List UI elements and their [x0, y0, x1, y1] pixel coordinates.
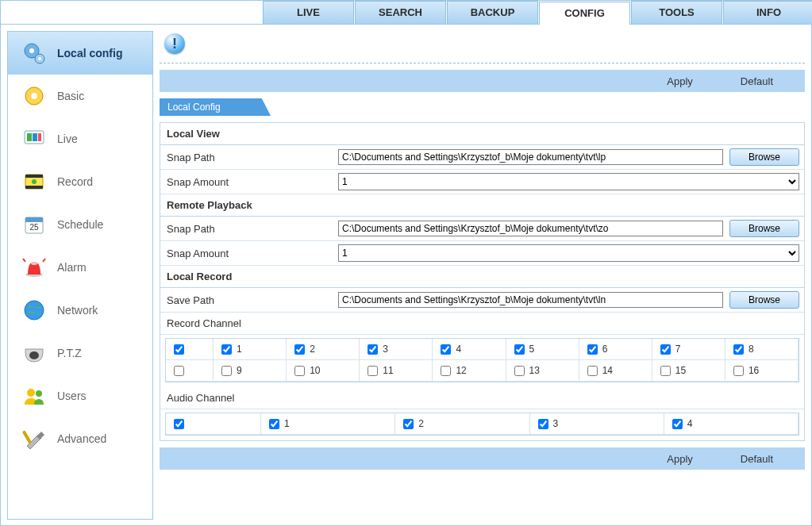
tab-tools[interactable]: TOOLS: [631, 1, 722, 24]
sidebar-item-label: Local config: [57, 47, 122, 60]
svg-rect-15: [25, 217, 43, 222]
panel-tab-localconfig[interactable]: Local Config: [160, 98, 271, 116]
record-ch-label: 12: [456, 365, 466, 376]
divider: [160, 63, 805, 63]
record-ch-2[interactable]: [294, 344, 305, 355]
alarm-icon: [21, 254, 48, 281]
sidebar-item-network[interactable]: Network: [8, 289, 152, 332]
sidebar-item-label: Advanced: [57, 432, 106, 445]
svg-point-20: [29, 351, 39, 359]
row-localview-snappath: Snap Path Browse: [160, 145, 804, 170]
tab-info[interactable]: INFO: [723, 1, 812, 24]
record-ch-14[interactable]: [587, 366, 598, 376]
panel-tabs: Local Config: [160, 98, 805, 116]
section-remoteplayback-title: Remote Playback: [160, 194, 804, 217]
record-master-row1[interactable]: [174, 344, 184, 355]
record-ch-label: 2: [310, 344, 315, 355]
input-remote-snappath[interactable]: [338, 221, 723, 236]
row-remote-snappath: Snap Path Browse: [160, 217, 804, 241]
sidebar-item-alarm[interactable]: Alarm: [8, 246, 152, 289]
svg-point-21: [27, 389, 35, 397]
sidebar-item-record[interactable]: Record: [8, 160, 152, 203]
record-ch-15[interactable]: [660, 366, 671, 376]
select-remote-snapamount[interactable]: 1: [338, 244, 799, 262]
svg-rect-9: [38, 133, 41, 141]
label-snap-amount: Snap Amount: [165, 248, 332, 259]
sidebar-item-label: Live: [57, 132, 78, 145]
tab-live[interactable]: LIVE: [263, 1, 354, 24]
section-localrecord-title: Local Record: [160, 266, 804, 288]
record-master-row2[interactable]: [174, 366, 184, 376]
audio-ch-label: 2: [418, 418, 424, 429]
audio-ch-1[interactable]: [269, 419, 279, 429]
sidebar-item-live[interactable]: Live: [8, 117, 152, 160]
record-ch-1[interactable]: [221, 344, 232, 355]
sidebar-item-label: P.T.Z: [57, 347, 82, 359]
record-ch-7[interactable]: [660, 344, 671, 355]
browse-button[interactable]: Browse: [729, 220, 799, 237]
record-channel-grid: 12345678910111213141516: [165, 338, 799, 382]
input-localrecord-savepath[interactable]: [338, 292, 723, 308]
record-ch-5[interactable]: [514, 344, 525, 355]
browse-button[interactable]: Browse: [729, 291, 799, 309]
record-ch-12[interactable]: [441, 366, 451, 376]
config-panel: Local View Snap Path Browse Snap Amount …: [160, 122, 805, 441]
svg-rect-7: [27, 133, 32, 141]
record-ch-11[interactable]: [368, 366, 378, 376]
audio-ch-2[interactable]: [403, 419, 414, 429]
info-icon: !: [164, 33, 185, 54]
audio-ch-label: 4: [687, 418, 693, 429]
label-snap-path: Snap Path: [165, 152, 332, 163]
record-ch-6[interactable]: [587, 344, 598, 355]
sidebar-item-ptz[interactable]: P.T.Z: [8, 332, 152, 374]
section-localview-title: Local View: [160, 123, 804, 145]
record-ch-label: 3: [383, 344, 388, 355]
default-button[interactable]: Default: [741, 75, 773, 87]
record-ch-13[interactable]: [514, 366, 525, 376]
tab-config[interactable]: CONFIG: [539, 2, 630, 25]
svg-rect-11: [25, 175, 43, 178]
sidebar-item-label: Users: [57, 390, 87, 402]
browse-button[interactable]: Browse: [729, 148, 799, 166]
record-ch-10[interactable]: [294, 366, 305, 376]
record-ch-label: 15: [675, 365, 686, 376]
audio-ch-4[interactable]: [672, 419, 683, 429]
svg-point-1: [29, 48, 34, 53]
record-ch-16[interactable]: [733, 366, 744, 376]
label-snap-amount: Snap Amount: [165, 176, 332, 188]
input-localview-snappath[interactable]: [338, 149, 723, 165]
apply-button[interactable]: Apply: [667, 453, 693, 465]
record-ch-label: 7: [675, 344, 681, 355]
record-ch-label: 16: [749, 365, 759, 376]
default-button[interactable]: Default: [741, 453, 773, 465]
svg-rect-12: [25, 186, 43, 189]
sidebar: Local config Basic Live Record: [7, 31, 153, 520]
sidebar-item-localconfig[interactable]: Local config: [8, 32, 152, 75]
svg-point-3: [38, 57, 41, 60]
record-ch-label: 10: [310, 365, 320, 376]
svg-rect-8: [33, 133, 37, 141]
record-ch-8[interactable]: [733, 344, 744, 355]
tab-search[interactable]: SEARCH: [355, 1, 446, 24]
sidebar-item-advanced[interactable]: Advanced: [8, 417, 152, 460]
select-localview-snapamount[interactable]: 1: [338, 173, 799, 190]
sidebar-item-schedule[interactable]: 25 Schedule: [8, 203, 152, 246]
row-remote-snapamount: Snap Amount 1: [160, 241, 804, 266]
svg-point-18: [31, 262, 37, 265]
tab-backup[interactable]: BACKUP: [447, 1, 538, 24]
sidebar-item-users[interactable]: Users: [8, 374, 152, 417]
svg-point-22: [36, 390, 42, 397]
tools-icon: [21, 425, 48, 452]
record-ch-label: 8: [749, 344, 754, 355]
record-ch-label: 6: [602, 344, 608, 355]
audio-ch-3[interactable]: [538, 419, 548, 429]
sidebar-item-label: Network: [57, 304, 98, 317]
record-ch-9[interactable]: [221, 366, 232, 376]
sidebar-item-basic[interactable]: Basic: [8, 75, 152, 117]
audio-master[interactable]: [174, 419, 184, 429]
record-ch-4[interactable]: [441, 344, 451, 355]
apply-button[interactable]: Apply: [667, 75, 693, 87]
sidebar-item-label: Basic: [57, 90, 84, 102]
record-ch-3[interactable]: [368, 344, 378, 355]
film-icon: [21, 168, 48, 195]
